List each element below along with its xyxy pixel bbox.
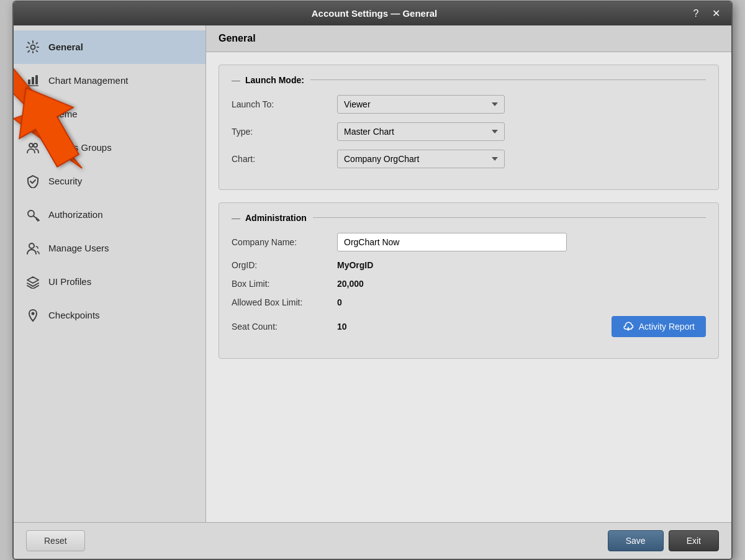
launch-mode-dash: — (232, 75, 240, 85)
access-groups-icon (25, 140, 41, 156)
svg-point-18 (32, 312, 35, 315)
box-limit-row: Box Limit: 20,000 (232, 279, 706, 289)
sidebar-item-theme[interactable]: Theme (14, 97, 205, 131)
title-bar: Account Settings — General ? ✕ (14, 2, 731, 25)
sidebar-item-authorization[interactable]: Authorization (14, 198, 205, 232)
sidebar-label-chart-management: Chart Management (48, 75, 128, 86)
seat-count-row: Seat Count: 10 Activity Report (232, 316, 706, 337)
activity-report-button[interactable]: Activity Report (612, 316, 706, 337)
layers-icon (25, 274, 41, 290)
sidebar-label-theme: Theme (48, 109, 78, 119)
shield-icon (25, 173, 41, 189)
footer-right-buttons: Save Exit (608, 530, 719, 551)
reset-button[interactable]: Reset (26, 530, 85, 551)
launch-to-row: Launch To: Viewer Editor Dashboard (232, 95, 706, 114)
title-bar-icons: ? ✕ (689, 7, 723, 20)
box-limit-label: Box Limit: (232, 279, 331, 289)
allowed-box-limit-value: 0 (337, 297, 342, 307)
launch-to-label: Launch To: (232, 99, 331, 109)
main-header: General (206, 25, 731, 52)
seat-count-value: 10 (337, 322, 347, 332)
main-content: General — Launch Mode: Launch To: Viewer… (206, 25, 731, 522)
admin-dash: — (232, 213, 240, 223)
type-row: Type: Master Chart Single Chart (232, 122, 706, 141)
sidebar: General Chart Management (14, 25, 206, 522)
gear-icon (25, 39, 41, 55)
company-name-label: Company Name: (232, 237, 331, 247)
palette-icon (25, 106, 41, 122)
pin-icon (25, 307, 41, 323)
svg-rect-3 (28, 79, 30, 84)
seat-count-label: Seat Count: (232, 322, 331, 332)
svg-point-17 (29, 243, 34, 248)
launch-mode-title-wrapper: — Launch Mode: (232, 75, 706, 85)
org-id-label: OrgID: (232, 260, 331, 270)
key-icon (25, 207, 41, 223)
chart-select[interactable]: Company OrgChart Department Chart (337, 150, 505, 168)
sidebar-item-chart-management[interactable]: Chart Management (14, 64, 205, 97)
chart-label: Chart: (232, 154, 331, 164)
sidebar-label-general: General (48, 42, 83, 52)
activity-report-label: Activity Report (639, 322, 695, 332)
chart-icon (25, 73, 41, 89)
sidebar-label-ui-profiles: UI Profiles (48, 276, 91, 287)
svg-point-11 (29, 143, 33, 147)
sidebar-item-security[interactable]: Security (14, 165, 205, 198)
sidebar-item-general[interactable]: General (14, 30, 205, 64)
svg-rect-4 (32, 77, 34, 84)
type-label: Type: (232, 127, 331, 137)
exit-button[interactable]: Exit (669, 530, 719, 551)
org-id-row: OrgID: MyOrgID (232, 260, 706, 270)
dialog-body: General Chart Management (14, 25, 731, 522)
svg-point-8 (29, 111, 32, 114)
sidebar-item-ui-profiles[interactable]: UI Profiles (14, 265, 205, 299)
allowed-box-limit-label: Allowed Box Limit: (232, 297, 331, 307)
sidebar-item-manage-users[interactable]: Manage Users (14, 232, 205, 265)
svg-point-12 (34, 143, 37, 147)
sidebar-label-authorization: Authorization (48, 209, 103, 220)
save-button[interactable]: Save (608, 530, 664, 551)
sidebar-label-manage-users: Manage Users (48, 243, 109, 253)
svg-rect-5 (35, 75, 38, 84)
launch-to-select[interactable]: Viewer Editor Dashboard (337, 95, 505, 114)
svg-point-2 (31, 45, 35, 49)
dialog-footer: Reset Save Exit (14, 522, 731, 559)
close-icon[interactable]: ✕ (709, 7, 723, 20)
dialog: Account Settings — General ? ✕ (12, 1, 733, 560)
dialog-title: Account Settings — General (60, 8, 689, 19)
type-select[interactable]: Master Chart Single Chart (337, 122, 505, 141)
admin-title-wrapper: — Administration (232, 213, 706, 223)
launch-mode-divider (310, 79, 706, 80)
sidebar-item-access-groups[interactable]: Access Groups (14, 131, 205, 165)
admin-title: Administration (245, 213, 313, 223)
main-body: — Launch Mode: Launch To: Viewer Editor … (206, 52, 731, 384)
svg-point-10 (35, 114, 37, 117)
launch-mode-title: Launch Mode: (245, 75, 310, 85)
administration-section: — Administration Company Name: OrgID: My… (219, 202, 719, 359)
svg-point-9 (34, 111, 36, 113)
sidebar-label-security: Security (48, 176, 82, 186)
org-id-value: MyOrgID (337, 260, 373, 270)
box-limit-value: 20,000 (337, 279, 364, 289)
company-name-row: Company Name: (232, 233, 706, 251)
cloud-download-icon (623, 321, 634, 332)
chart-row: Chart: Company OrgChart Department Chart (232, 150, 706, 168)
help-icon[interactable]: ? (689, 7, 703, 20)
sidebar-item-checkpoints[interactable]: Checkpoints (14, 299, 205, 332)
allowed-box-limit-row: Allowed Box Limit: 0 (232, 297, 706, 307)
sidebar-label-checkpoints: Checkpoints (48, 310, 100, 320)
sidebar-label-access-groups: Access Groups (48, 142, 112, 153)
users-icon (25, 240, 41, 256)
admin-divider (313, 217, 706, 218)
launch-mode-section: — Launch Mode: Launch To: Viewer Editor … (219, 65, 719, 190)
company-name-input[interactable] (337, 233, 567, 251)
